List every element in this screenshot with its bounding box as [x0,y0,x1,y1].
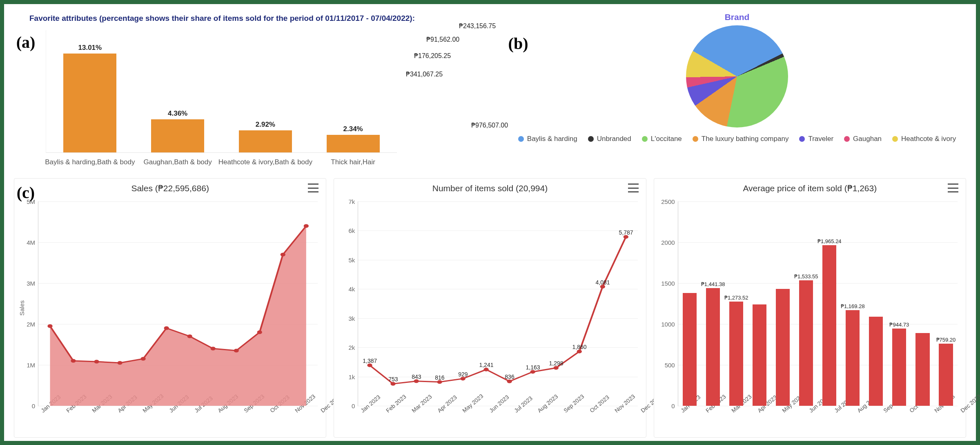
bar-col: 2.92%Heathcote & ivory,Bath & body [222,30,310,152]
y-tick-label: 5k [348,256,358,263]
svg-point-2 [94,360,99,364]
legend-label: Gaughan [853,135,882,143]
legend-swatch-icon [693,136,698,142]
point-value-label: 5,787 [619,229,633,235]
svg-point-9 [257,331,262,334]
legend-label: Heathcote & ivory [901,135,956,143]
legend-item[interactable]: Baylis & harding [518,135,577,143]
avg-price-bar: ₱1,169.28 [846,310,860,406]
bar-value-label: ₱1,533.55 [794,273,818,280]
point-value-label: 753 [388,376,398,382]
svg-point-1 [71,359,76,363]
hamburger-icon[interactable] [948,183,958,192]
y-tick-label: 2000 [661,239,678,246]
svg-point-23 [624,235,628,239]
legend-item[interactable]: Gaughan [844,135,882,143]
legend-swatch-icon [799,136,805,142]
y-tick-label: 6k [348,227,358,234]
y-tick-label: 4k [348,286,358,293]
svg-point-15 [437,380,442,384]
sales-plot: Sales 01M2M3M4M5MJan 2023Feb 2023Mar 202… [38,197,318,435]
pie-slice-label: ₱176,205.25 [414,52,451,60]
bar [239,130,292,152]
legend-item[interactable]: Heathcote & ivory [892,135,956,143]
brand-pie-legend: Baylis & hardingUnbrandedL'occitaneThe l… [508,135,966,143]
legend-label: L'occitane [651,135,682,143]
y-tick-label: 3M [27,280,38,287]
legend-label: Baylis & harding [527,135,577,143]
items-plot: 01k2k3k4k5k6k7kJan 2023Feb 2023Mar 2023A… [358,197,637,435]
panel-letter-c: (c) [11,183,40,202]
bar-col: 2.34%Thick hair,Hair [309,30,397,152]
hamburger-icon[interactable] [628,183,639,192]
point-value-label: 836 [505,373,514,380]
svg-point-21 [577,350,582,353]
point-value-label: 1,387 [363,358,377,364]
bar-value-label: 4.36% [168,110,187,118]
y-tick-label: 7k [348,198,358,205]
bar-value-label: 13.01% [78,44,102,52]
avg-price-bar [683,293,697,406]
x-tick-label: Dec 2023 [958,393,980,415]
pie-wrap: ₱967,964.75₱32,030.00₱976,507.00₱341,067… [508,25,966,127]
avg-price-bar [869,317,883,406]
brand-pie-title: Brand [508,12,966,22]
y-tick-label: 1k [348,373,358,380]
point-value-label: 1,298 [549,360,564,367]
y-tick-label: 1000 [661,321,678,328]
y-tick-label: 0 [671,403,678,409]
pie-slice-label: ₱341,067.25 [406,70,443,78]
y-tick-label: 0 [352,403,358,409]
svg-point-6 [187,335,192,338]
panel-letter-a: (a) [11,33,40,52]
bar-value-label: ₱759.20 [936,337,956,343]
legend-swatch-icon [588,136,594,142]
bar-category-label: Heathcote & ivory,Bath & body [218,158,312,166]
svg-point-10 [281,253,285,257]
svg-point-16 [461,377,466,380]
y-tick-label: 2M [27,321,38,328]
bar-value-label: ₱944.73 [889,322,909,328]
bar-category-label: Baylis & harding,Bath & body [45,158,135,166]
svg-point-12 [368,363,372,367]
bar-col: 13.01%Baylis & harding,Bath & body [46,30,134,152]
point-value-label: 1,241 [479,362,493,368]
point-value-label: 1,860 [572,344,587,350]
y-tick-label: 2500 [661,198,678,205]
legend-swatch-icon [892,136,898,142]
y-tick-label: 4M [27,239,38,246]
pie-slice-label: ₱243,156.75 [459,22,496,30]
legend-item[interactable]: The luxury bathing company [693,135,789,143]
y-tick-label: 2k [348,344,358,351]
favorite-attr-bar-chart: 13.01%Baylis & harding,Bath & body4.36%G… [46,30,397,153]
legend-item[interactable]: L'occitane [642,135,682,143]
legend-item[interactable]: Unbranded [588,135,631,143]
legend-label: The luxury bathing company [702,135,789,143]
avg-price-bar [753,304,766,406]
hamburger-icon[interactable] [308,183,318,192]
point-value-label: 929 [458,371,468,377]
avg-price-bar: ₱1,533.55 [799,280,813,406]
items-card-title: Number of items sold (20,994) [432,183,548,193]
bar-category-label: Thick hair,Hair [331,158,375,166]
legend-swatch-icon [844,136,850,142]
point-value-label: 843 [412,373,421,380]
avg-price-bar [915,333,929,406]
point-value-label: 4,081 [596,279,610,285]
legend-item[interactable]: Traveler [799,135,833,143]
avg-price-bar: ₱1,273.52 [729,302,743,406]
pie-slice-label: ₱976,507.00 [471,121,508,129]
items-line-svg [358,201,637,406]
bar [63,54,116,152]
panel-letter-b: (b) [504,34,532,53]
svg-point-19 [530,370,535,373]
avg-price-bar: ₱759.20 [939,344,953,406]
bar-col: 4.36%Gaughan,Bath & body [134,30,222,152]
legend-swatch-icon [518,136,524,142]
svg-point-18 [507,380,512,383]
sales-card-title: Sales (₱22,595,686) [131,183,209,193]
y-tick-label: 500 [665,362,678,369]
y-tick-label: 3k [348,315,358,322]
y-tick-label: 0 [32,403,38,409]
bar-value-label: ₱1,965.24 [817,238,842,244]
